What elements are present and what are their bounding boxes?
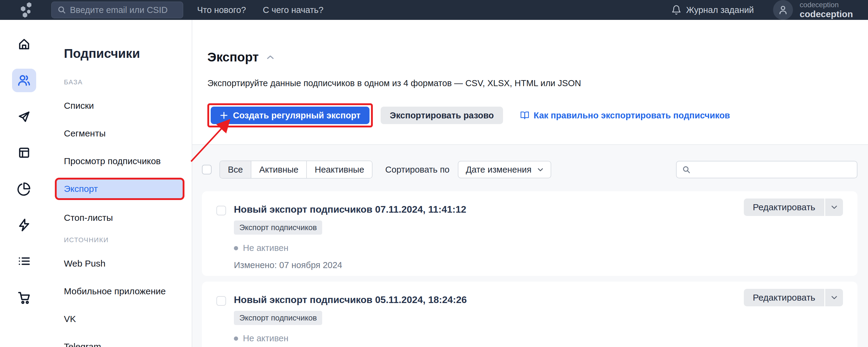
export-help-link[interactable]: Как правильно экспортировать подписчиков xyxy=(520,111,730,121)
export-title: Новый экспорт подписчиков 05.11.2024, 18… xyxy=(234,294,744,306)
search-icon xyxy=(682,165,690,174)
chevron-down-icon xyxy=(537,168,544,172)
pie-chart-icon xyxy=(17,182,31,196)
tab-all[interactable]: Все xyxy=(220,161,251,178)
edit-split-button: Редактировать xyxy=(744,289,843,306)
status-dot xyxy=(234,337,238,341)
edit-more-button[interactable] xyxy=(824,289,843,306)
book-icon xyxy=(520,111,530,120)
rail-item-lists[interactable] xyxy=(12,249,36,273)
status-filter-tabs: Все Активные Неактивные xyxy=(219,161,373,179)
list-icon xyxy=(17,254,31,268)
edit-button[interactable]: Редактировать xyxy=(744,198,824,216)
avatar xyxy=(773,0,793,20)
row-checkbox[interactable] xyxy=(216,296,226,306)
sidebar-section-base: БАЗА xyxy=(48,78,192,86)
sidebar-item-segments[interactable]: Сегменты xyxy=(57,124,183,143)
sidebar-title: Подписчики xyxy=(48,46,192,61)
row-checkbox[interactable] xyxy=(216,206,226,215)
tab-inactive[interactable]: Неактивные xyxy=(307,161,372,178)
annotation-box-create-button: Создать регулярный экспорт xyxy=(207,103,373,127)
edit-more-button[interactable] xyxy=(824,198,843,216)
list-search-input[interactable] xyxy=(690,165,851,175)
top-bar: Что нового? С чего начать? Журнал задани… xyxy=(0,0,868,20)
sidebar-item-vk[interactable]: VK xyxy=(57,310,183,328)
account-menu[interactable]: codeception codeception xyxy=(773,0,853,20)
sidebar: Подписчики БАЗА Списки Сегменты Просмотр… xyxy=(48,20,192,347)
getting-started-link[interactable]: С чего начать? xyxy=(263,5,323,15)
task-log-button[interactable]: Журнал заданий xyxy=(671,5,754,15)
rail-item-automation[interactable] xyxy=(12,213,36,237)
sidebar-section-sources: ИСТОЧНИКИ xyxy=(48,236,192,244)
rail-item-analytics[interactable] xyxy=(12,177,36,200)
chevron-down-icon xyxy=(831,295,838,300)
user-icon xyxy=(777,4,789,15)
page-header: Экспорт Экспортируйте данные подписчиков… xyxy=(192,20,868,145)
status-text: Не активен xyxy=(243,243,288,253)
sidebar-item-view-subscribers[interactable]: Просмотр подписчиков xyxy=(57,152,183,170)
people-icon xyxy=(17,73,31,87)
rail-item-campaigns[interactable] xyxy=(12,105,36,128)
export-title: Новый экспорт подписчиков 07.11.2024, 11… xyxy=(234,204,744,215)
list-search xyxy=(676,161,858,178)
sidebar-item-webpush[interactable]: Web Push xyxy=(57,254,183,273)
app-logo-icon[interactable] xyxy=(18,1,34,19)
account-org: codeception xyxy=(800,1,853,9)
sidebar-item-mobile-app[interactable]: Мобильное приложение xyxy=(57,282,183,301)
export-once-button[interactable]: Экспортировать разово xyxy=(381,107,503,124)
modified-date: Изменено: 07 ноября 2024 xyxy=(234,260,744,270)
actions-row: Создать регулярный экспорт Экспортироват… xyxy=(207,103,868,127)
chevron-up-icon xyxy=(267,55,274,60)
export-type-badge: Экспорт подписчиков xyxy=(234,220,322,235)
whats-new-link[interactable]: Что нового? xyxy=(197,5,246,15)
page-title: Экспорт xyxy=(207,50,258,64)
global-search-input[interactable] xyxy=(70,5,177,15)
send-icon xyxy=(17,109,31,124)
search-icon xyxy=(57,5,66,14)
rail-item-home[interactable] xyxy=(12,33,36,56)
task-log-label: Журнал заданий xyxy=(686,5,754,15)
global-search xyxy=(51,1,183,19)
layout-icon xyxy=(17,146,31,160)
rail-item-subscribers[interactable] xyxy=(12,69,36,92)
sidebar-item-export[interactable]: Экспорт xyxy=(57,180,183,198)
export-list-item: Новый экспорт подписчиков 05.11.2024, 18… xyxy=(202,282,858,347)
create-regular-export-button[interactable]: Создать регулярный экспорт xyxy=(211,107,370,124)
home-icon xyxy=(17,37,31,51)
topbar-nav: Что нового? С чего начать? xyxy=(197,5,323,15)
chevron-down-icon xyxy=(831,205,838,209)
sidebar-item-telegram[interactable]: Telegram xyxy=(57,337,183,347)
collapse-section-toggle[interactable] xyxy=(267,55,274,60)
export-type-badge: Экспорт подписчиков xyxy=(234,311,322,325)
tab-active[interactable]: Активные xyxy=(251,161,307,178)
page-description: Экспортируйте данные подписчиков в одном… xyxy=(207,78,868,88)
lightning-icon xyxy=(17,218,31,232)
bell-icon xyxy=(671,5,681,15)
export-list-area: Все Активные Неактивные Сортировать по Д… xyxy=(192,145,868,347)
status-dot xyxy=(234,246,238,250)
edit-button[interactable]: Редактировать xyxy=(744,289,824,306)
plus-icon xyxy=(220,111,228,120)
rail-item-shop[interactable] xyxy=(12,286,36,309)
icon-rail xyxy=(0,20,48,347)
export-list-item: Новый экспорт подписчиков 07.11.2024, 11… xyxy=(202,191,858,276)
main-content: Экспорт Экспортируйте данные подписчиков… xyxy=(192,20,868,347)
sidebar-item-stoplists[interactable]: Стоп-листы xyxy=(57,209,183,227)
cart-icon xyxy=(17,290,31,304)
rail-item-layout[interactable] xyxy=(12,141,36,164)
status-text: Не активен xyxy=(243,334,288,343)
account-user: codeception xyxy=(800,9,853,20)
edit-split-button: Редактировать xyxy=(744,198,843,216)
sort-dropdown[interactable]: Дате изменения xyxy=(458,161,551,178)
select-all-checkbox[interactable] xyxy=(202,165,212,175)
sort-by-label: Сортировать по xyxy=(385,165,450,175)
filter-row: Все Активные Неактивные Сортировать по Д… xyxy=(202,161,858,179)
sidebar-item-lists[interactable]: Списки xyxy=(57,96,183,115)
